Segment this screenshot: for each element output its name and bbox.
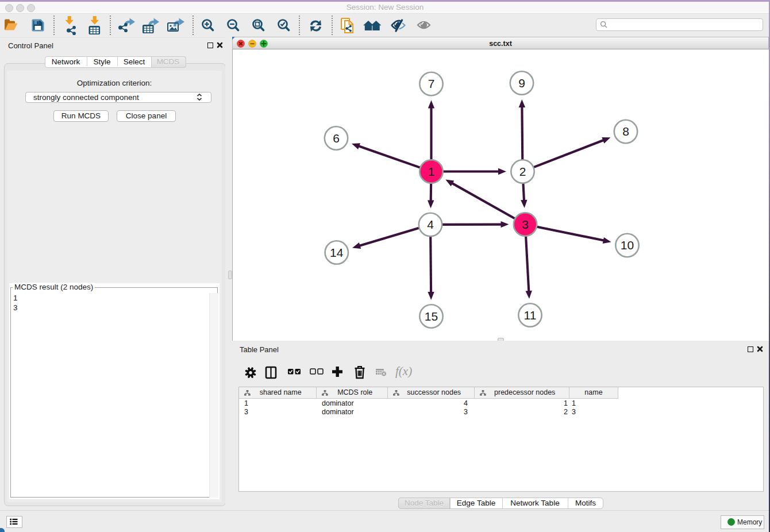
svg-text:6: 6: [333, 132, 340, 145]
svg-text:f(x): f(x): [395, 364, 412, 378]
svg-text:2: 2: [519, 165, 526, 178]
svg-text:7: 7: [428, 77, 435, 90]
svg-text:3: 3: [522, 218, 529, 231]
svg-text:8: 8: [622, 125, 629, 138]
svg-text:14: 14: [330, 246, 344, 259]
svg-text:9: 9: [518, 76, 525, 90]
svg-text:4: 4: [427, 218, 434, 231]
svg-text:10: 10: [621, 238, 634, 252]
svg-text:15: 15: [425, 310, 438, 323]
svg-text:11: 11: [524, 309, 537, 322]
svg-text:1: 1: [428, 165, 435, 178]
